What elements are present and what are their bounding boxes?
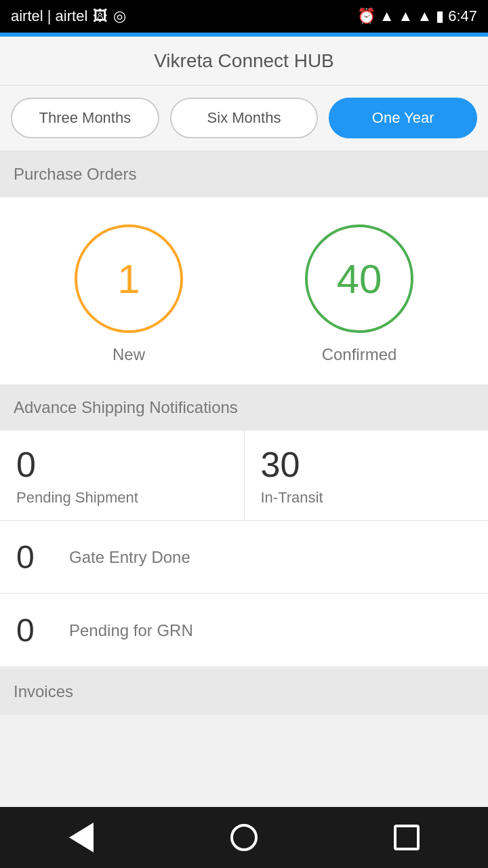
bottom-nav [0,807,488,868]
three-months-button[interactable]: Three Months [11,98,159,138]
in-transit-count: 30 [261,447,472,482]
pending-shipment-count: 0 [16,447,228,482]
purchase-orders-header: Purchase Orders [0,151,488,197]
back-button[interactable] [61,817,102,858]
one-year-button[interactable]: One Year [329,98,477,138]
new-orders-item: 1 New [75,224,183,364]
filter-row: Three Months Six Months One Year [0,85,488,151]
asn-section-header: Advance Shipping Notifications [0,384,488,431]
confirmed-orders-label: Confirmed [322,345,397,364]
pending-grn-row[interactable]: 0 Pending for GRN [0,594,488,667]
recents-button[interactable] [386,817,427,858]
back-icon [69,823,94,852]
time-display: 6:47 [448,7,477,25]
status-bar: airtel | airtel 🖼 ◎ ⏰ ▲ ▲ ▲ ▮ 6:47 [0,0,488,33]
confirmed-orders-item: 40 Confirmed [305,224,413,364]
pending-shipment-label: Pending Shipment [16,489,228,507]
signal-icon1: ▲ [399,7,413,25]
gate-entry-label: Gate Entry Done [69,548,190,567]
gate-entry-row[interactable]: 0 Gate Entry Done [0,521,488,594]
status-right: ⏰ ▲ ▲ ▲ ▮ 6:47 [357,7,477,25]
pending-grn-label: Pending for GRN [69,621,193,640]
confirmed-orders-circle[interactable]: 40 [305,224,413,333]
in-transit-cell[interactable]: 30 In-Transit [245,431,489,520]
in-transit-label: In-Transit [261,489,472,507]
invoices-section-header: Invoices [0,669,488,715]
pending-shipment-cell[interactable]: 0 Pending Shipment [0,431,245,520]
asn-grid: 0 Pending Shipment 30 In-Transit [0,431,488,521]
app-bar: Vikreta Connect HUB [0,37,488,85]
app-title: Vikreta Connect HUB [154,50,334,72]
pending-grn-count: 0 [16,612,50,649]
home-icon [230,824,258,851]
battery-icon: ▮ [436,7,444,25]
six-months-button[interactable]: Six Months [170,98,319,138]
media-icon: 🖼 [93,7,108,25]
home-button[interactable] [224,817,264,858]
recents-icon [394,825,420,850]
alarm-icon: ⏰ [357,7,375,25]
purchase-orders-circles: 1 New 40 Confirmed [0,197,488,384]
gate-entry-count: 0 [16,538,50,576]
wifi-icon: ▲ [380,7,394,25]
new-orders-label: New [113,345,145,364]
location-icon: ◎ [113,7,126,25]
new-orders-circle[interactable]: 1 [75,224,183,333]
confirmed-orders-count: 40 [337,256,382,302]
status-carrier: airtel | airtel 🖼 ◎ [11,7,126,25]
new-orders-count: 1 [117,256,140,302]
signal-icon2: ▲ [417,7,432,25]
